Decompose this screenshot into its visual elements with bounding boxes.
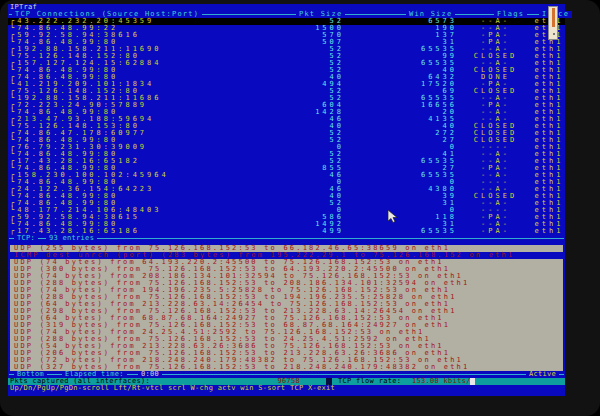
win-size-cell: 0 [344, 144, 457, 151]
win-size-cell: 65535 [344, 228, 457, 235]
win-size-cell: 31 [344, 200, 457, 207]
iface-cell: eth1 [534, 228, 564, 235]
win-size-cell: 118 [344, 214, 457, 221]
mouse-cursor-icon [388, 210, 398, 225]
tcp-flow-rate-label: TCP flow rate: [338, 378, 401, 385]
win-size-cell: 137 [344, 32, 457, 39]
win-size-cell: 65535 [344, 158, 457, 165]
terminal-window-frame: IPTraf TCP Connections (Source Host:Port… [0, 0, 600, 416]
pkt-size-cell: 499 [300, 228, 344, 235]
packet-log-window[interactable]: UDP (255 bytes) from 75.126.168.152:53 t… [10, 245, 563, 371]
win-size-cell: 272 [344, 130, 457, 137]
win-size-cell: 16656 [344, 102, 457, 109]
tcp-entries-count: 93 entries [46, 235, 97, 242]
win-size-cell: 17520 [344, 81, 457, 88]
tcp-window-footer: TCP: 93 entries [8, 235, 565, 242]
tcp-flow-rate-value: 153.00 kbits/s [412, 378, 475, 385]
win-size-cell: 65535 [344, 60, 457, 67]
flags-cell: -PA- [457, 228, 534, 235]
active-window-badge: Active [526, 371, 559, 378]
keyboard-shortcuts-bar: Up/Dn/PgUp/PgDn-scroll Lft/Rt-vtcl scrl … [8, 385, 565, 392]
text-cursor [470, 378, 475, 385]
win-size-cell: 39 [344, 193, 457, 200]
iptraf-terminal: IPTraf TCP Connections (Source Host:Port… [8, 4, 565, 396]
win-size-cell: 27 [344, 137, 457, 144]
scrollbar-thumb[interactable] [548, 6, 558, 40]
tcp-connections-list[interactable]: ┌43.222.232.20:45359526573--A-eth1└74.86… [8, 18, 565, 235]
win-size-cell: 4135 [344, 116, 457, 123]
win-size-cell: 65535 [344, 172, 457, 179]
tcp-footer-label: TCP: [14, 235, 38, 242]
win-size-cell: 65535 [344, 46, 457, 53]
win-size-cell: 4380 [344, 186, 457, 193]
